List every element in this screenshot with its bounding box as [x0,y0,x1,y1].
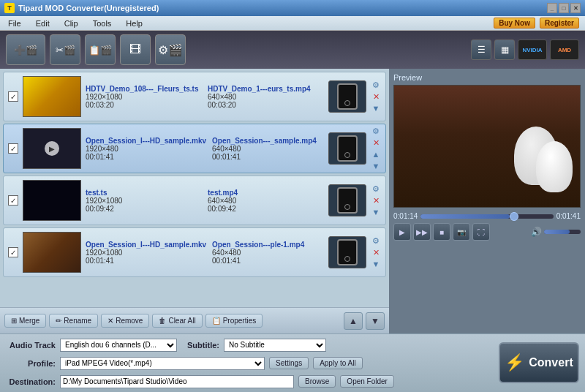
browse-button[interactable]: Browse [298,375,336,388]
clear-all-button[interactable]: 🗑 Clear All [152,314,202,328]
file-info-1: HDTV_Demo_108---_Fleurs_ts.ts 1920×1080 … [86,85,324,109]
file-dur-in-3: 00:09:42 [86,205,202,213]
file-col-out-4: Open_Session---ple-1.mp4 640×480 00:01:4… [212,241,324,265]
add-file-icon: ➕🎬 [14,45,37,56]
subtitle-select[interactable]: No Subtitle [224,339,326,352]
close-button[interactable]: ✕ [570,3,581,13]
row-settings-3[interactable]: ⚙ [371,184,381,194]
row-checkbox-2[interactable] [8,143,18,154]
preview-label: Preview [393,73,581,82]
settings-button[interactable]: ⚙🎬 [155,34,186,65]
row-remove-3[interactable]: ✕ [371,195,381,206]
edit-button[interactable]: ✂🎬 [50,34,80,65]
file-info-3: test.ts 1920×1080 00:09:42 test.mp4 640×… [86,189,324,213]
extract-button[interactable]: 📋🎬 [85,34,116,65]
table-row: ▶ Open_Session_I---HD_sample.mkv 1920×48… [3,124,386,173]
menu-tools[interactable]: Tools [91,19,114,28]
convert-icon: ⚡ [505,353,524,372]
move-up-button[interactable]: ▲ [344,312,363,330]
buy-now-button[interactable]: Buy Now [494,18,535,29]
file-size-out-1: 640×480 [208,93,324,101]
apply-to-all-btn[interactable]: Apply to All [313,357,362,369]
destination-label: Destination: [6,377,56,386]
merge-button[interactable]: 🎞 [120,34,151,65]
rename-button[interactable]: ✏ Rename [49,314,98,328]
title-bar: T Tipard MOD Converter(Unregistered) _ □… [0,0,585,16]
grid-view-button[interactable]: ▦ [494,39,515,60]
menu-clip[interactable]: Clip [62,19,80,28]
time-current: 0:01:14 [393,212,418,220]
file-col-in-2: Open_Session_I---HD_sample.mkv 1920×480 … [86,137,206,161]
file-dur-out-1: 00:03:20 [208,101,324,109]
file-name-in-2: Open_Session_I---HD_sample.mkv [86,137,206,145]
subtitle-label: Subtitle: [187,341,219,350]
row-actions-3: ⚙ ✕ ▼ [371,184,381,217]
merge-icon: ⊞ [11,317,17,325]
preview-pane: Preview 0:01:14 0:01:41 ▶ ▶▶ ■ 📷 ⛶ [389,69,585,333]
play-overlay-2: ▶ [45,141,59,156]
settings-btn[interactable]: Settings [269,357,309,369]
profile-select[interactable]: iPad MPEG4 Video(*.mp4) [60,357,265,370]
volume-row: 🔊 [531,227,581,237]
row-checkbox-1[interactable] [8,91,18,102]
row-checkbox-4[interactable] [8,247,18,257]
row-down-1[interactable]: ▼ [371,103,381,113]
file-dur-out-2: 00:01:41 [212,153,324,161]
convert-button[interactable]: ⚡ Convert [499,342,579,383]
file-col-in-1: HDTV_Demo_108---_Fleurs_ts.ts 1920×1080 … [86,85,202,109]
volume-slider[interactable] [544,230,581,234]
fullscreen-button[interactable]: ⛶ [472,223,490,241]
file-list: HDTV_Demo_108---_Fleurs_ts.ts 1920×1080 … [0,69,389,307]
register-button[interactable]: Register [540,18,579,29]
menu-help[interactable]: Help [124,19,145,28]
row-checkbox-3[interactable] [8,195,18,206]
screenshot-button[interactable]: 📷 [453,223,470,241]
destination-input[interactable] [60,375,294,388]
play-fast-button[interactable]: ▶▶ [413,223,431,241]
open-folder-button[interactable]: Open Folder [340,375,394,388]
move-down-button[interactable]: ▼ [366,312,385,330]
row-down-2[interactable]: ▼ [371,161,381,171]
minimize-button[interactable]: _ [547,3,557,13]
main-area: HDTV_Demo_108---_Fleurs_ts.ts 1920×1080 … [0,69,585,333]
profile-row: Profile: iPad MPEG4 Video(*.mp4) Setting… [6,355,579,371]
window-controls: _ □ ✕ [547,3,581,13]
row-remove-4[interactable]: ✕ [371,247,381,257]
row-settings-1[interactable]: ⚙ [371,80,381,90]
file-name-in-3: test.ts [86,189,202,197]
nvidia-badge: NVIDIA [518,39,547,60]
row-down-3[interactable]: ▼ [371,207,381,217]
menu-edit[interactable]: Edit [34,19,52,28]
video-frame [394,86,580,207]
row-remove-2[interactable]: ✕ [371,137,381,148]
play-button[interactable]: ▶ [393,223,411,241]
time-slider[interactable] [420,214,553,219]
file-dur-out-3: 00:09:42 [208,205,324,213]
audio-track-select[interactable]: English dou 6 channels (D... [60,339,177,352]
merge-button[interactable]: ⊞ Merge [4,314,46,328]
row-remove-1[interactable]: ✕ [371,91,381,102]
stop-button[interactable]: ■ [433,223,450,241]
row-settings-2[interactable]: ⚙ [371,126,381,136]
list-and-actions: HDTV_Demo_108---_Fleurs_ts.ts 1920×1080 … [0,69,389,333]
tablet-icon-4 [337,239,358,265]
file-dur-in-2: 00:01:41 [86,153,206,161]
properties-icon: 📋 [212,317,221,325]
menu-file[interactable]: File [6,19,23,28]
row-down-4[interactable]: ▼ [371,259,381,269]
output-device-thumb-4 [328,236,366,268]
bird-figure-2 [536,141,573,192]
table-row: HDTV_Demo_108---_Fleurs_ts.ts 1920×1080 … [3,72,386,121]
row-settings-4[interactable]: ⚙ [371,235,381,246]
table-row: Open_Session_I---HD_sample.mkv 1920×1080… [3,227,386,277]
file-dur-in-4: 00:01:41 [86,257,206,265]
list-view-button[interactable]: ☰ [471,39,491,60]
row-up-2[interactable]: ▲ [371,149,381,159]
maximize-button[interactable]: □ [559,3,569,13]
add-file-button[interactable]: ➕🎬 [6,34,45,65]
properties-button[interactable]: 📋 Properties [205,314,263,328]
clear-all-icon: 🗑 [159,317,166,325]
remove-button[interactable]: ✕ Remove [101,314,149,328]
window-title: Tipard MOD Converter(Unregistered) [18,4,547,12]
merge-icon: 🎞 [129,43,141,56]
